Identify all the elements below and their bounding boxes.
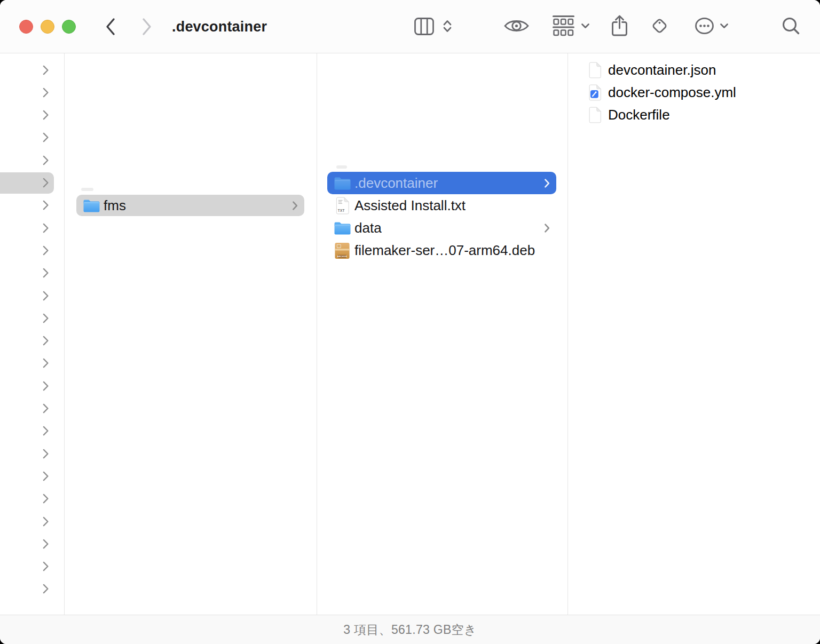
- scrolled-item-peek: [81, 188, 93, 191]
- folder-icon: [82, 198, 100, 213]
- chevron-right-icon: [42, 177, 49, 188]
- file-name: Dockerfile: [608, 107, 820, 123]
- yml-icon: [587, 84, 602, 101]
- chevron-right-icon: [42, 65, 49, 76]
- column-parent: fms: [65, 53, 317, 615]
- file-row--devcontainer[interactable]: .devcontainer: [327, 172, 556, 194]
- chevron-right-icon: [544, 223, 550, 233]
- tree-row[interactable]: [0, 104, 64, 126]
- tree-row[interactable]: [0, 420, 64, 442]
- chevron-right-icon: [42, 357, 49, 369]
- txt-icon: TXT: [333, 196, 351, 215]
- back-button[interactable]: [105, 17, 116, 36]
- status-text: 3 項目、561.73 GB空き: [343, 622, 477, 638]
- chevron-right-icon: [544, 178, 550, 188]
- chevron-right-icon: [42, 403, 49, 414]
- chevron-right-icon: [42, 290, 49, 301]
- share-icon[interactable]: [611, 15, 628, 37]
- tree-row[interactable]: [0, 284, 64, 307]
- minimize-button[interactable]: [41, 20, 54, 34]
- svg-text:TXT: TXT: [337, 209, 344, 212]
- chevron-right-icon: [42, 200, 49, 211]
- tree-row[interactable]: [0, 217, 64, 239]
- chevron-right-icon: [42, 425, 49, 436]
- tree-row[interactable]: [0, 578, 64, 600]
- chevron-right-icon: [42, 493, 49, 504]
- doc-icon: [587, 61, 602, 79]
- chevron-right-icon: [42, 448, 49, 459]
- tree-row[interactable]: [0, 307, 64, 329]
- file-name: devcontainer.json: [608, 62, 820, 78]
- chevron-right-icon: [42, 516, 49, 527]
- scrolled-item-peek: [336, 165, 347, 169]
- file-name: Assisted Install.txt: [354, 197, 550, 214]
- close-button[interactable]: [19, 20, 33, 34]
- chevron-right-icon: [42, 87, 49, 98]
- column-current: .devcontainer TXTAssisted Install.txt da…: [317, 53, 568, 615]
- chevron-right-icon: [42, 471, 49, 482]
- tree-row[interactable]: [0, 510, 64, 532]
- tree-row[interactable]: [0, 442, 64, 465]
- folder-icon: [333, 221, 351, 235]
- tree-row[interactable]: [0, 352, 64, 375]
- tree-row[interactable]: [0, 239, 64, 261]
- tree-row[interactable]: [0, 375, 64, 397]
- group-by-chevron-icon[interactable]: [581, 23, 590, 29]
- tree-row[interactable]: [0, 59, 64, 81]
- file-row-filemaker-ser-07-arm64-deb[interactable]: ARCHIVEfilemaker-ser…07-arm64.deb: [327, 240, 556, 262]
- file-name: filemaker-ser…07-arm64.deb: [354, 242, 550, 259]
- file-row-fms[interactable]: fms: [76, 195, 304, 216]
- chevron-right-icon: [292, 201, 298, 211]
- chevron-right-icon: [42, 222, 49, 234]
- file-row-docker-compose-yml[interactable]: docker-compose.yml: [568, 81, 820, 104]
- status-bar: 3 項目、561.73 GB空き: [0, 615, 820, 644]
- tree-row[interactable]: [0, 555, 64, 578]
- file-name: fms: [104, 197, 288, 214]
- chevron-right-icon: [42, 313, 49, 324]
- chevron-right-icon: [42, 335, 49, 346]
- toolbar: .devcontainer: [0, 0, 820, 53]
- tree-row[interactable]: [0, 465, 64, 487]
- more-actions-icon[interactable]: [695, 17, 714, 35]
- view-stepper-icon[interactable]: [442, 19, 453, 33]
- tree-row[interactable]: [0, 149, 64, 171]
- file-name: data: [354, 220, 540, 236]
- column-sidebar-tree: [0, 53, 65, 615]
- chevron-right-icon: [42, 245, 49, 256]
- file-name: docker-compose.yml: [608, 84, 820, 101]
- finder-window: .devcontainer: [0, 0, 820, 644]
- search-icon[interactable]: [782, 17, 801, 36]
- folder-icon: [333, 176, 351, 190]
- columns-view-icon[interactable]: [414, 18, 434, 35]
- tree-row[interactable]: [0, 126, 64, 149]
- tag-icon[interactable]: [650, 17, 669, 35]
- file-row-devcontainer-json[interactable]: devcontainer.json: [568, 59, 820, 81]
- tree-row[interactable]: [0, 262, 64, 284]
- tree-row[interactable]: [0, 172, 64, 194]
- doc-icon: [587, 106, 602, 124]
- file-row-data[interactable]: data: [327, 217, 556, 240]
- file-name: .devcontainer: [354, 175, 540, 192]
- chevron-right-icon: [42, 538, 49, 550]
- file-row-dockerfile[interactable]: Dockerfile: [568, 104, 820, 126]
- file-row-assisted-install-txt[interactable]: TXTAssisted Install.txt: [327, 194, 556, 217]
- zoom-button[interactable]: [62, 20, 76, 34]
- quick-look-eye-icon[interactable]: [504, 17, 529, 35]
- tree-row[interactable]: [0, 532, 64, 555]
- group-by-grid-icon[interactable]: [552, 15, 575, 37]
- chevron-right-icon: [42, 267, 49, 279]
- chevron-right-icon: [42, 132, 49, 143]
- tree-row[interactable]: [0, 330, 64, 352]
- chevron-right-icon: [42, 380, 49, 392]
- more-actions-chevron-icon[interactable]: [720, 23, 729, 29]
- forward-button[interactable]: [141, 17, 153, 36]
- tree-row[interactable]: [0, 194, 64, 217]
- tree-row[interactable]: [0, 488, 64, 510]
- column-view: fms .devcontainer TXTAssisted Install.tx…: [0, 53, 820, 615]
- column-files: devcontainer.json docker-compose.yml Doc…: [568, 53, 820, 615]
- archive-icon: ARCHIVE: [333, 242, 351, 259]
- window-title: .devcontainer: [172, 18, 267, 35]
- tree-row[interactable]: [0, 397, 64, 420]
- tree-row[interactable]: [0, 81, 64, 104]
- chevron-right-icon: [42, 109, 49, 121]
